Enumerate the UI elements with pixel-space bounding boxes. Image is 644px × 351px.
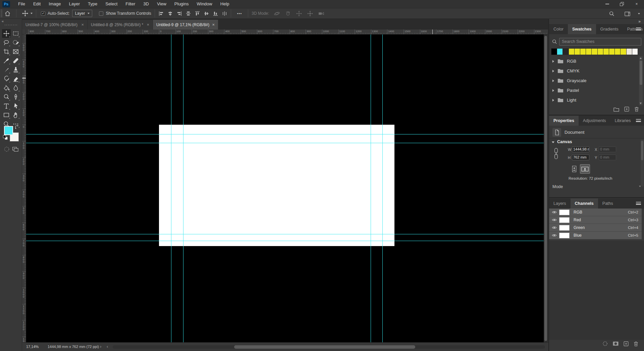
mode-label[interactable]: Mode: [552, 184, 563, 189]
guide-horizontal[interactable]: [26, 234, 544, 234]
save-selection-as-channel-button[interactable]: [612, 341, 619, 346]
align-horizontal-centers-icon[interactable]: [167, 11, 173, 16]
collapse-tools-button[interactable]: «: [2, 19, 4, 23]
swatch[interactable]: [621, 49, 626, 55]
vertical-scrollbar-thumb[interactable]: [544, 36, 547, 341]
panel-tab-color[interactable]: Color: [549, 24, 568, 34]
guide-vertical[interactable]: [382, 35, 383, 342]
align-vertical-centers-icon[interactable]: [185, 11, 191, 16]
panel-menu-icon[interactable]: [636, 27, 641, 31]
dodge-tool[interactable]: [2, 93, 11, 101]
foreground-color-swatch[interactable]: [4, 126, 13, 135]
swatch[interactable]: [575, 49, 580, 55]
swatch[interactable]: [603, 49, 609, 55]
panel-menu-icon[interactable]: [636, 119, 641, 122]
channel-row-red[interactable]: RedCtrl+3: [549, 216, 642, 224]
visibility-eye-icon[interactable]: [549, 218, 559, 222]
menu-edit[interactable]: Edit: [29, 0, 45, 8]
vertical-scrollbar[interactable]: [544, 35, 548, 342]
spot-healing-brush-tool[interactable]: [11, 56, 20, 65]
guide-horizontal[interactable]: [26, 143, 544, 143]
close-button[interactable]: ×: [629, 0, 644, 8]
swap-colors-icon[interactable]: [15, 125, 19, 131]
chevron-right-icon[interactable]: [552, 89, 554, 92]
history-brush-tool[interactable]: [2, 74, 11, 83]
swatch-group-rgb[interactable]: RGB: [549, 56, 638, 66]
tab-close-icon[interactable]: ×: [147, 22, 149, 27]
panel-tab-channels[interactable]: Channels: [571, 198, 598, 209]
panel-tab-layers[interactable]: Layers: [549, 198, 571, 209]
auto-select-checkbox[interactable]: ✓: [41, 11, 45, 16]
new-channel-button[interactable]: [623, 341, 629, 347]
menu-window[interactable]: Window: [193, 0, 216, 8]
new-group-button[interactable]: [613, 107, 620, 112]
scrollbar-thumb[interactable]: [640, 61, 642, 85]
document-tab[interactable]: Untitled-7 @ 100% (RGB/8#) *×: [22, 20, 87, 30]
pen-tool[interactable]: [11, 93, 20, 101]
swatch[interactable]: [551, 49, 557, 55]
canvas-viewport[interactable]: [26, 35, 544, 342]
menu-help[interactable]: Help: [216, 0, 233, 8]
rectangular-marquee-tool[interactable]: [11, 29, 20, 38]
menu-3d[interactable]: 3D: [139, 0, 153, 8]
align-left-edges-icon[interactable]: [158, 11, 164, 16]
load-selection-button[interactable]: [602, 341, 608, 347]
channel-row-rgb[interactable]: RGBCtrl+2: [549, 209, 642, 216]
type-tool[interactable]: [2, 102, 11, 110]
menu-image[interactable]: Image: [45, 0, 65, 8]
visibility-eye-icon[interactable]: [549, 233, 559, 238]
tab-close-icon[interactable]: ×: [212, 22, 215, 27]
guide-vertical[interactable]: [183, 35, 183, 342]
visibility-eye-icon[interactable]: [549, 225, 559, 230]
tab-close-icon[interactable]: ×: [81, 22, 84, 27]
frame-tool[interactable]: [11, 47, 20, 56]
link-dimensions-icon[interactable]: [554, 147, 558, 162]
chevron-right-icon[interactable]: [552, 70, 554, 72]
panel-menu-icon[interactable]: [636, 202, 641, 205]
canvas-section-header[interactable]: Canvas: [557, 139, 572, 144]
y-field[interactable]: 0 mm: [599, 155, 616, 160]
section-collapse-icon[interactable]: [552, 141, 554, 143]
panel-tab-adjustments[interactable]: Adjustments: [579, 116, 610, 126]
lasso-tool[interactable]: [2, 38, 11, 47]
menu-plugins[interactable]: Plugins: [170, 0, 193, 8]
delete-swatch-button[interactable]: [634, 106, 639, 112]
guide-horizontal[interactable]: [26, 134, 544, 134]
guide-horizontal[interactable]: [26, 241, 544, 241]
scrollbar-thumb[interactable]: [641, 141, 643, 160]
move-tool[interactable]: [2, 29, 11, 38]
guide-vertical[interactable]: [371, 35, 371, 342]
object-selection-tool[interactable]: [11, 38, 20, 47]
move-tool-preset-icon[interactable]: [20, 10, 31, 17]
portrait-orientation-button[interactable]: [571, 164, 578, 174]
paint-bucket-tool[interactable]: [2, 83, 11, 92]
path-selection-tool[interactable]: [11, 102, 20, 110]
swatch-group-light[interactable]: Light: [549, 95, 638, 105]
chevron-right-icon[interactable]: [552, 79, 554, 82]
status-prev-icon[interactable]: ‹: [107, 344, 108, 349]
scroll-down-icon[interactable]: [640, 103, 642, 104]
distribute-vertical-icon[interactable]: [222, 11, 227, 16]
hand-tool[interactable]: [11, 111, 20, 119]
quick-mask-button[interactable]: [3, 146, 10, 154]
panel-tab-swatches[interactable]: Swatches: [568, 24, 596, 34]
swatch-group-cmyk[interactable]: CMYK: [549, 66, 638, 76]
eraser-tool[interactable]: [11, 74, 20, 83]
workspace-switcher-icon[interactable]: [622, 11, 633, 17]
more-options-button[interactable]: •••: [234, 11, 245, 15]
swatch[interactable]: [569, 49, 574, 55]
swatch[interactable]: [592, 49, 597, 55]
document-tab[interactable]: Untitled-9 @ 17,1% (RGB/8#)×: [153, 20, 218, 30]
eyedropper-tool[interactable]: [2, 56, 11, 65]
chevron-right-icon[interactable]: [552, 60, 554, 63]
swatch-group-grayscale[interactable]: Grayscale: [549, 76, 638, 85]
swatch-group-pastel[interactable]: Pastel: [549, 85, 638, 95]
panel-tab-paths[interactable]: Paths: [598, 198, 618, 209]
align-top-edges-icon[interactable]: [195, 11, 200, 16]
menu-layer[interactable]: Layer: [65, 0, 84, 8]
restore-button[interactable]: [614, 0, 629, 8]
channel-row-blue[interactable]: BlueCtrl+5: [549, 232, 642, 239]
height-field[interactable]: 762 mm: [572, 155, 589, 160]
guide-vertical[interactable]: [171, 35, 171, 342]
horizontal-scrollbar-thumb[interactable]: [234, 345, 415, 349]
